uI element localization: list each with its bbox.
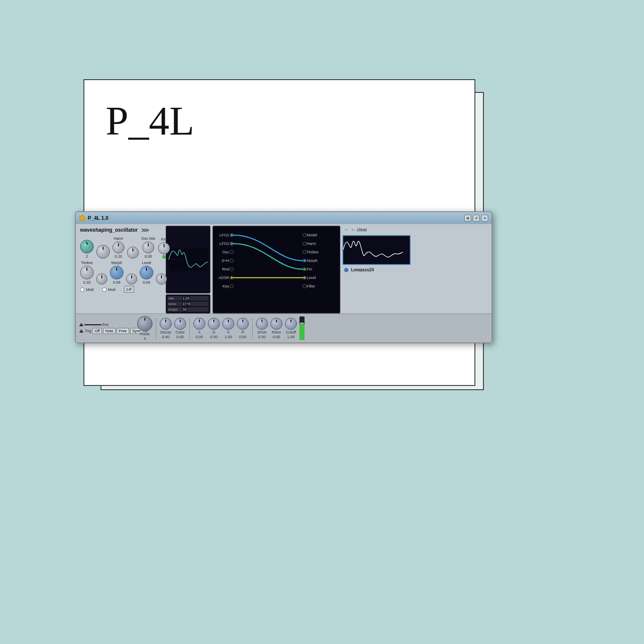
lfo1-label: LFO1 [219,233,229,237]
a-label: A [198,330,201,334]
separator-2 [190,318,190,339]
sh-label: S+H [221,259,229,263]
decay-knob-group: Decay 0.40 [160,318,172,339]
osc-mix-knob[interactable] [142,242,154,253]
lfo-panel: rate 1.24 skew 17 % shape 34 [166,226,210,313]
reso-label: Reso [272,330,281,334]
decay-knob[interactable] [160,318,172,330]
trig-section: 8va Trig Off Note Free Sync → [79,322,135,334]
harm-value: 0.20 [115,254,122,259]
bottom-panel: 8va Trig Off Note Free Sync → Pulse 4 [76,313,492,342]
mod-row-2: Mod [102,287,116,293]
lfo-rate-row: rate 1.24 [167,296,209,301]
timbre-label: Timbre [81,261,93,265]
synth-name-row: waveshaping_oscillator ⋙ [78,226,164,234]
lfo-params: rate 1.24 skew 17 % shape 34 [166,294,210,313]
osc1-knob[interactable] [80,240,94,253]
cutoff-value: 1.00 [287,335,295,339]
a-knob-group: A 0.00 [193,318,205,339]
decay-value: 0.40 [162,335,170,339]
separator-1 [156,318,156,339]
resize-button[interactable]: ⊞ [464,215,471,221]
octave-label: 8va [102,322,109,327]
osc2-knob[interactable] [96,245,110,259]
reso-value: 0.00 [273,335,280,339]
lvl-button[interactable]: Lvl [124,286,134,293]
refresh-button[interactable]: ↺ [473,215,480,221]
fm-dest-fill [304,268,306,270]
reso-knob-group: Reso 0.00 [270,318,282,339]
morph-dest-fill [304,260,306,262]
osc-mix-value: 0.00 [144,254,152,259]
fm-knob[interactable] [158,242,170,254]
harm-label: Harm [114,236,123,241]
a-value: 0.00 [196,335,203,339]
plugin-title: P_4L 1.0 [88,215,462,221]
osc-mix-label: Osc Mix [141,236,155,241]
routing-svg: LFO1 LFO2 Osc S+H Rnd ADSR Key Model Har… [213,226,340,313]
lfo-shape-label: shape [168,308,181,311]
svg-rect-3 [213,227,340,312]
cutoff-knob[interactable] [285,318,297,330]
reso-knob[interactable] [270,318,282,330]
drive-knob[interactable] [256,318,268,330]
title-buttons: ⊞ ↺ ✕ [464,215,488,221]
pulse-value: 4 [144,336,146,341]
trig-icon[interactable] [79,329,83,333]
free-button[interactable]: Free [117,328,129,334]
lfo-shape-row: shape 34 [167,307,209,312]
r-value: 0.50 [239,335,247,339]
preset-arrows-icon[interactable]: ⋙ [141,227,150,233]
clear-button-row[interactable]: ← ← clear [342,226,411,233]
harm2-knob[interactable] [127,247,139,259]
level-knob[interactable] [140,266,153,279]
r-knob-group: R 0.50 [237,318,249,339]
note-button[interactable]: Note [103,328,115,334]
level-dest-fill [304,277,306,279]
osc2-knob-group [96,245,110,259]
lfo-shape-value: 34 [182,308,187,311]
level2-knob[interactable] [156,273,167,285]
osc-mix-knob-group: Osc Mix 0.00 [141,236,155,259]
mod2-label: Mod [108,288,116,292]
morph-knob[interactable] [110,266,124,279]
mod1-label: Mod [86,288,94,292]
title-dot [79,215,85,221]
octave-line: 8va [79,322,135,327]
cutoff-knob-group: Cutoff 1.00 [285,318,297,339]
routing-matrix: LFO1 LFO2 Osc S+H Rnd ADSR Key Model Har… [213,226,340,313]
mod1-radio[interactable] [80,288,84,292]
morph2-knob[interactable] [126,273,137,285]
lfo2-src-fill [231,243,233,245]
s-knob-group: S 1.00 [222,318,234,339]
drive-knob-group: Drive 0.50 [256,318,268,339]
d-knob[interactable] [208,318,220,330]
level-fader[interactable] [299,316,305,340]
color-knob[interactable] [174,318,186,330]
fm-indicator [162,255,166,259]
osc1-knob-group: 2 [80,240,94,259]
lfo-rate-value: 1.24 [182,296,190,300]
pulse-knob[interactable] [137,316,152,331]
adsr-label: ADSR [218,276,230,280]
mod2-radio[interactable] [102,288,106,292]
timbre-knob[interactable] [80,266,94,279]
close-button[interactable]: ✕ [481,215,488,221]
off-button[interactable]: Off [92,328,102,334]
color-value: 0.00 [176,335,184,339]
pulse-label: Pulse [140,332,150,336]
drive-value: 0.50 [258,335,266,339]
timbre2-knob-group [96,273,107,285]
octave-down-icon[interactable] [79,323,83,326]
separator-3 [252,318,253,339]
pulse-knob-group: Pulse 4 [137,316,152,341]
filter-route-label: Filter [307,284,315,288]
harm-knob[interactable] [112,242,124,253]
s-knob[interactable] [222,318,234,330]
a-knob[interactable] [193,318,205,330]
harm2-knob-group [127,247,139,259]
timbre2-knob[interactable] [96,273,107,285]
color-knob-group: Color 0.00 [174,318,186,339]
rnd-label: Rnd [222,267,229,271]
r-knob[interactable] [237,318,249,330]
